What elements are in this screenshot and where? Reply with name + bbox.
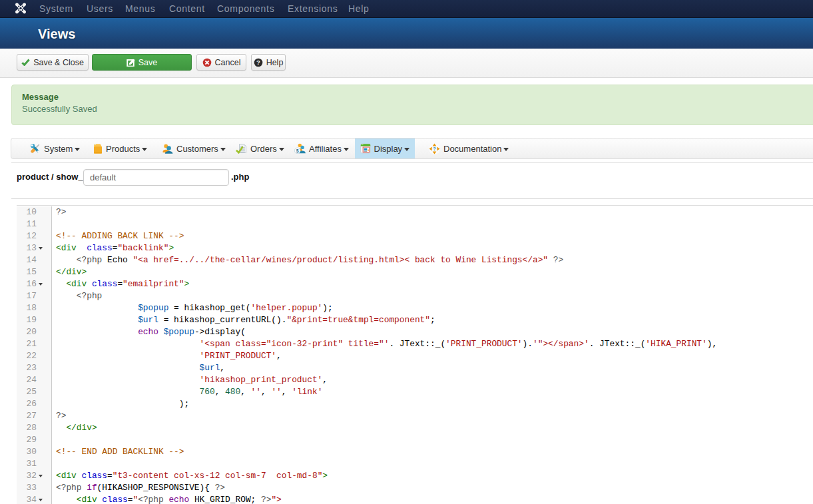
svg-text:$: $ [296,148,299,154]
svg-text:?: ? [256,59,260,66]
svg-text:?: ? [433,146,436,152]
